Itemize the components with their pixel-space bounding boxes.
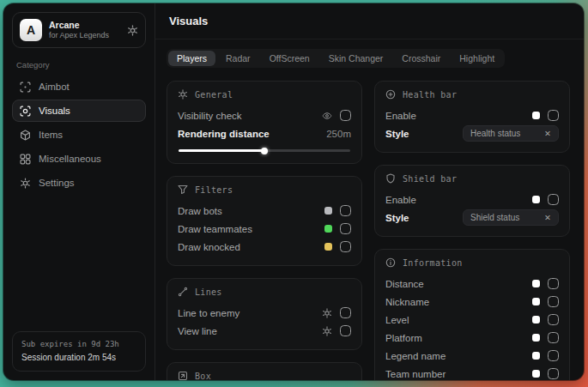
app-subtitle: for Apex Legends [49, 31, 120, 40]
shield-style-select[interactable]: Shield status ✕ [463, 209, 559, 226]
checkbox[interactable] [340, 223, 351, 234]
color-swatch[interactable] [532, 298, 540, 305]
visibility-check-row: Visibility check [178, 106, 351, 124]
shield-bar-card: Shield bar Enable Style Shield status [374, 165, 570, 237]
clear-icon[interactable]: ✕ [544, 129, 551, 138]
team-number-row: Team number [385, 365, 559, 380]
color-swatch[interactable] [532, 196, 540, 203]
tab-radar[interactable]: Radar [217, 51, 259, 66]
box-icon [178, 371, 188, 380]
setting-label: Draw knocked [178, 242, 240, 252]
sidebar-item-label: Visuals [39, 106, 70, 116]
health-enable-row: Enable [385, 106, 559, 124]
shield-enable-row: Enable [385, 190, 559, 209]
box-card-head: Box [178, 371, 351, 380]
health-style-row: Style Health status ✕ [385, 124, 559, 142]
filters-card: Filters Draw bots Draw teammates [167, 176, 362, 266]
sidebar-item-label: Settings [39, 178, 75, 188]
gear-icon[interactable] [322, 326, 332, 336]
color-swatch[interactable] [324, 207, 332, 215]
crosshair-scan-icon [20, 82, 31, 93]
settings-gear-icon[interactable] [127, 25, 138, 36]
rendering-distance-row: Rendering distance 250m [178, 124, 351, 142]
sidebar-item-label: Items [39, 130, 63, 140]
color-swatch[interactable] [532, 112, 540, 119]
setting-label: Nickname [385, 297, 429, 307]
tab-crosshair[interactable]: Crosshair [393, 51, 449, 66]
setting-label: Rendering distance [178, 129, 270, 139]
color-swatch[interactable] [532, 370, 540, 378]
section-title: Shield bar [403, 174, 457, 184]
draw-bots-row: Draw bots [178, 202, 351, 220]
tab-highlight[interactable]: Highlight [451, 51, 503, 66]
color-swatch[interactable] [532, 316, 540, 324]
checkbox[interactable] [548, 368, 559, 379]
checkbox[interactable] [548, 194, 559, 205]
app-logo: A [20, 19, 42, 41]
cube-icon [20, 130, 31, 141]
health-bar-card: Health bar Enable Style Health status [374, 81, 570, 153]
checkbox[interactable] [340, 110, 351, 121]
checkbox[interactable] [548, 278, 559, 289]
setting-label: View line [178, 326, 217, 336]
checkbox[interactable] [548, 332, 559, 343]
section-title: Information [403, 258, 463, 268]
eye-icon[interactable] [322, 111, 332, 121]
content-area: General Visibility check [155, 79, 584, 380]
setting-label: Draw teammates [178, 224, 252, 234]
color-swatch[interactable] [532, 280, 540, 287]
app-name: Arcane [49, 20, 120, 31]
draw-knocked-row: Draw knocked [178, 238, 351, 256]
health-style-select[interactable]: Health status ✕ [463, 125, 559, 142]
clear-icon[interactable]: ✕ [544, 213, 551, 222]
setting-label: Style [385, 213, 409, 223]
platform-row: Platform [385, 329, 559, 347]
checkbox[interactable] [340, 307, 351, 318]
select-value: Health status [470, 129, 520, 138]
tab-skin-changer[interactable]: Skin Changer [320, 51, 392, 66]
setting-label: Team number [385, 369, 446, 379]
right-column: Health bar Enable Style Health status [374, 81, 570, 380]
color-swatch[interactable] [324, 225, 332, 233]
sidebar-item-aimbot[interactable]: Aimbot [12, 76, 146, 98]
sidebar-item-miscellaneous[interactable]: Miscellaneous [12, 148, 146, 170]
funnel-icon [178, 184, 188, 195]
rendering-distance-value: 250m [326, 129, 351, 139]
information-card-head: Information [385, 257, 559, 268]
tab-players[interactable]: Players [168, 51, 215, 66]
checkbox[interactable] [548, 296, 559, 307]
gear-icon[interactable] [322, 308, 332, 318]
tab-bar: Players Radar OffScreen Skin Changer Cro… [167, 49, 505, 68]
rendering-distance-slider[interactable] [179, 149, 350, 152]
checkbox[interactable] [340, 205, 351, 216]
color-swatch[interactable] [324, 243, 332, 251]
nickname-row: Nickname [385, 293, 559, 311]
setting-label: Visibility check [178, 111, 242, 121]
sidebar-item-items[interactable]: Items [12, 124, 146, 146]
slider-handle[interactable] [261, 148, 268, 154]
checkbox[interactable] [548, 110, 559, 121]
line-icon [178, 287, 188, 297]
category-label: Category [16, 60, 146, 70]
section-title: General [195, 90, 233, 100]
tabs-wrap: Players Radar OffScreen Skin Changer Cro… [155, 39, 584, 79]
tab-offscreen[interactable]: OffScreen [261, 51, 318, 66]
checkbox[interactable] [548, 314, 559, 325]
sidebar-item-label: Aimbot [39, 82, 70, 92]
main-header: Visuals [155, 3, 584, 39]
sidebar: A Arcane for Apex Legends Category [3, 3, 155, 380]
legend-name-row: Legend name [385, 347, 559, 365]
setting-label: Line to enemy [178, 308, 239, 318]
sidebar-item-visuals[interactable]: Visuals [12, 100, 146, 122]
checkbox[interactable] [340, 325, 351, 336]
left-column: General Visibility check [167, 81, 362, 380]
line-to-enemy-row: Line to enemy [178, 304, 351, 322]
checkbox[interactable] [548, 350, 559, 361]
color-swatch[interactable] [532, 334, 540, 342]
slider-fill [179, 149, 264, 152]
filters-card-head: Filters [178, 184, 351, 195]
sidebar-item-settings[interactable]: Settings [12, 172, 146, 194]
color-swatch[interactable] [532, 352, 540, 360]
checkbox[interactable] [340, 241, 351, 252]
shield-style-row: Style Shield status ✕ [385, 209, 559, 227]
